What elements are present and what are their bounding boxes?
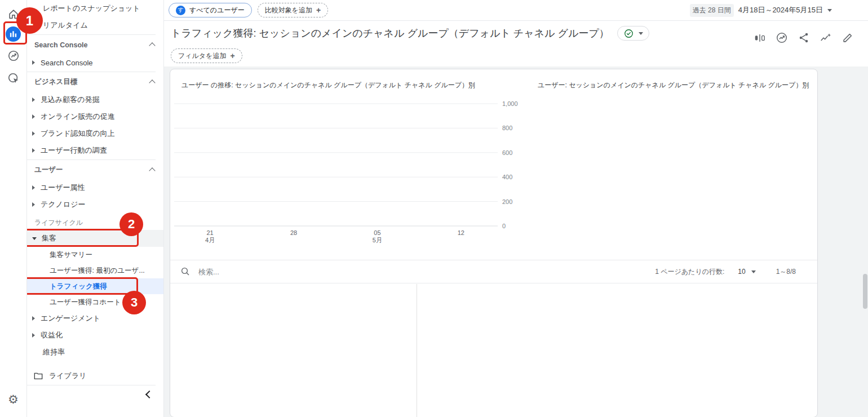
section-header-label: Search Console xyxy=(34,41,87,49)
sidebar-item-label: レポートのスナップショット xyxy=(43,3,140,14)
check-circle-icon xyxy=(623,28,634,39)
annotation-box-3 xyxy=(20,277,138,295)
pagination-controls: 1 ページあたりの行数: 10 1～8/8 xyxy=(655,267,796,277)
sidebar-section-header[interactable]: ユーザー xyxy=(27,161,163,179)
search-input[interactable] xyxy=(197,267,346,277)
report-body: ユーザー の推移: セッションのメインのチャネル グループ（デフォルト チャネル… xyxy=(164,66,868,417)
sidebar-item[interactable]: リアルタイム xyxy=(27,17,163,34)
add-comparison-chip[interactable]: 比較対象を追加 + xyxy=(258,3,328,17)
folder-icon xyxy=(34,372,43,380)
chevron-up-icon xyxy=(149,167,155,174)
add-filter-chip[interactable]: フィルタを追加 + xyxy=(171,48,242,63)
sidebar-nav: レポートのスナップショットリアルタイムSearch ConsoleSearch … xyxy=(27,0,164,417)
sidebar-item-label: 見込み顧客の発掘 xyxy=(41,95,100,105)
x-axis-sublabel: 4月 xyxy=(205,237,215,243)
sidebar-subitem[interactable]: 集客サマリー xyxy=(27,247,163,263)
sidebar-item[interactable]: エンゲージメント xyxy=(27,310,163,327)
x-axis-sublabel: 5月 xyxy=(373,237,382,243)
x-axis-label: 05 xyxy=(374,229,380,236)
sidebar-subitem[interactable]: ユーザー獲得コホート xyxy=(27,294,163,310)
sidebar-divider xyxy=(27,159,156,160)
edit-icon[interactable] xyxy=(842,32,854,44)
chevron-up-icon xyxy=(149,79,155,86)
settings-gear-icon[interactable]: ⚙ xyxy=(0,393,26,406)
sidebar-item[interactable]: ブランド認知度の向上 xyxy=(27,125,163,142)
line-chart-svg: 02004006008001,000214月28055月12 xyxy=(173,92,524,250)
arrow-right-icon xyxy=(32,97,35,102)
share-icon[interactable] xyxy=(798,32,810,44)
arrow-down-icon xyxy=(32,237,37,240)
sidebar-item[interactable]: ユーザー属性 xyxy=(27,179,163,196)
page-title: トラフィック獲得: セッションのメインのチャネル グループ（デフォルト チャネル… xyxy=(171,26,609,40)
report-toolbar xyxy=(754,32,854,44)
sidebar-subitem[interactable]: ユーザー獲得: 最初のユーザ... xyxy=(27,263,163,278)
report-status-button[interactable] xyxy=(617,26,649,41)
date-range-text: 4月18日～2024年5月15日 xyxy=(738,5,823,15)
caret-down-icon[interactable] xyxy=(751,270,756,273)
rows-per-page-value[interactable]: 10 xyxy=(738,268,745,276)
sidebar-item-label: リアルタイム xyxy=(43,20,88,30)
sidebar-collapse-button[interactable] xyxy=(27,386,163,403)
annotation-box-2 xyxy=(10,229,139,247)
x-axis-label: 28 xyxy=(290,229,297,236)
plus-icon: + xyxy=(230,51,234,60)
sidebar-item[interactable]: テクノロジー xyxy=(27,196,163,213)
bar-chart-title: ユーザー: セッションのメインのチャネル グループ（デフォルト チャネル グルー… xyxy=(538,81,809,90)
sidebar-item-label: ブランド認知度の向上 xyxy=(41,128,115,139)
sidebar-item[interactable]: 見込み顧客の発掘 xyxy=(27,91,163,108)
section-header-label: ユーザー xyxy=(34,165,63,175)
comparison-icon[interactable] xyxy=(754,32,766,44)
plus-icon: + xyxy=(316,6,321,15)
table-toolbar: 1 ページあたりの行数: 10 1～8/8 xyxy=(170,260,817,283)
sidebar-divider xyxy=(27,34,156,35)
date-range-preset: 過去 28 日間 xyxy=(690,4,734,17)
sidebar-item-label: ユーザー属性 xyxy=(41,183,85,193)
sidebar-item-acquisition[interactable]: 集客2 xyxy=(27,230,163,247)
sidebar-item-label: オンライン販売の促進 xyxy=(41,112,115,122)
sidebar-item-label: 維持率 xyxy=(43,347,65,357)
sidebar-item[interactable]: オンライン販売の促進 xyxy=(27,108,163,125)
all-users-chip[interactable]: す すべてのユーザー xyxy=(169,3,252,17)
bar-chart-svg xyxy=(537,92,816,238)
arrow-right-icon xyxy=(32,131,35,136)
sidebar-item[interactable]: レポートのスナップショット xyxy=(27,0,163,17)
sparkline-insights-icon[interactable] xyxy=(820,32,832,44)
arrow-right-icon xyxy=(32,202,35,207)
arrow-right-icon xyxy=(32,333,35,338)
advertising-icon[interactable] xyxy=(0,72,26,85)
arrow-right-icon xyxy=(32,114,35,119)
add-filter-label: フィルタを追加 xyxy=(178,51,226,61)
arrow-right-icon xyxy=(32,148,35,153)
section-header-label: ビジネス目標 xyxy=(34,77,77,87)
x-axis-label: 12 xyxy=(458,229,464,236)
sidebar-item[interactable]: 収益化 xyxy=(27,327,163,344)
ga4-app: ⚙ レポートのスナップショットリアルタイムSearch ConsoleSearc… xyxy=(0,0,868,417)
sidebar-item[interactable]: 維持率 xyxy=(27,344,163,361)
sidebar-section-header[interactable]: ビジネス目標 xyxy=(27,73,163,91)
x-axis-label: 21 xyxy=(206,229,213,236)
sidebar-subitem-traffic-acquisition[interactable]: トラフィック獲得3 xyxy=(27,278,163,294)
sidebar-item[interactable]: Search Console xyxy=(27,54,163,71)
sidebar-item-library[interactable]: ライブラリ xyxy=(27,367,163,384)
sidebar-item[interactable]: ユーザー行動の調査 xyxy=(27,142,163,159)
reports-icon[interactable] xyxy=(0,26,26,42)
segment-avatar: す xyxy=(176,6,185,15)
scrollbar-thumb[interactable] xyxy=(863,274,867,309)
rows-per-page-label: 1 ページあたりの行数: xyxy=(655,267,724,277)
date-range-selector[interactable]: 過去 28 日間 4月18日～2024年5月15日 xyxy=(690,4,832,17)
line-chart-title: ユーザー の推移: セッションのメインのチャネル グループ（デフォルト チャネル… xyxy=(181,81,475,90)
sidebar-section-header[interactable]: Search Console xyxy=(27,36,163,54)
explore-icon[interactable] xyxy=(0,50,26,62)
chevron-left-icon xyxy=(145,391,153,398)
title-row: トラフィック獲得: セッションのメインのチャネル グループ（デフォルト チャネル… xyxy=(171,26,649,41)
insights-icon[interactable] xyxy=(776,32,788,44)
arrow-right-icon xyxy=(32,316,35,321)
sidebar-item-label: 集客 xyxy=(42,233,56,243)
y-axis-label: 1,000 xyxy=(502,100,518,107)
topbar: す すべてのユーザー 比較対象を追加 + 過去 28 日間 4月18日～2024… xyxy=(164,0,868,21)
y-axis-label: 800 xyxy=(502,125,512,131)
home-icon[interactable] xyxy=(0,8,26,20)
table-column-divider xyxy=(417,284,417,417)
y-axis-label: 400 xyxy=(502,174,512,180)
y-axis-label: 600 xyxy=(502,149,512,156)
